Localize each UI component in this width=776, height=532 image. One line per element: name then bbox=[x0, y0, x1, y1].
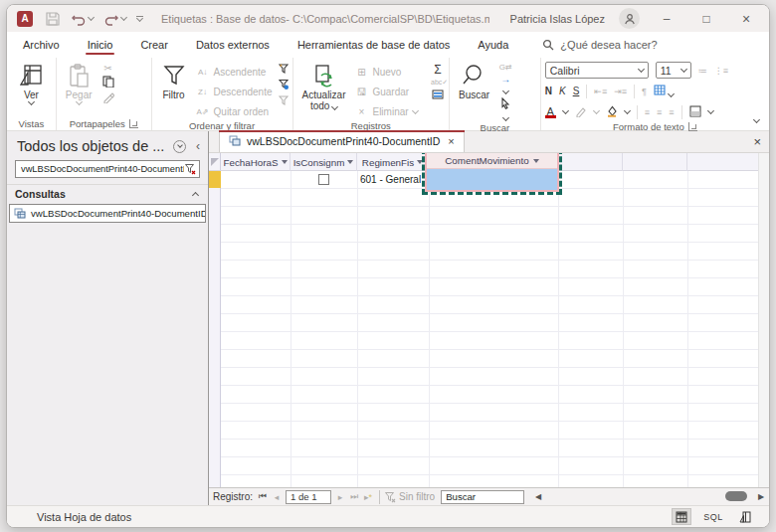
tab-ayuda[interactable]: Ayuda bbox=[476, 35, 510, 55]
checkbox-unchecked[interactable] bbox=[318, 174, 329, 185]
font-color-button[interactable]: A bbox=[545, 106, 556, 118]
refresh-all-button[interactable]: Actualizartodo bbox=[297, 61, 351, 113]
selected-cell[interactable] bbox=[427, 169, 557, 190]
clear-filter-icon[interactable] bbox=[184, 163, 196, 175]
record-position-input[interactable]: 1 de 1 bbox=[286, 490, 331, 504]
more-records-icon[interactable] bbox=[431, 89, 445, 102]
tab-datos-externos[interactable]: Datos externos bbox=[194, 35, 272, 55]
record-search-input[interactable]: Buscar bbox=[441, 490, 524, 504]
datasheet-body[interactable]: 601 - General bbox=[209, 171, 758, 487]
document-tab[interactable]: vwLBSDocDocumentPrint40-DocumentID × bbox=[219, 130, 465, 152]
column-header-regimenfis[interactable]: RegimenFis bbox=[357, 153, 429, 171]
remove-sort-button[interactable]: A⇗Quitar orden bbox=[196, 102, 273, 120]
minimize-button[interactable]: – bbox=[654, 12, 679, 26]
nav-group-consultas[interactable]: Consultas bbox=[7, 184, 208, 203]
filter-button[interactable]: Filtro bbox=[156, 61, 192, 102]
close-button[interactable]: × bbox=[733, 11, 759, 27]
align-center-icon[interactable]: ≡ bbox=[657, 107, 662, 117]
replace-icon[interactable]: G⇄ bbox=[498, 63, 512, 72]
advanced-filter-options-icon[interactable] bbox=[277, 63, 291, 77]
bullets-icon[interactable]: ≔ bbox=[698, 66, 707, 76]
account-avatar-icon[interactable] bbox=[619, 8, 640, 29]
scroll-left-icon[interactable]: ◀ bbox=[532, 488, 544, 505]
select-icon[interactable] bbox=[498, 97, 512, 122]
align-left-icon[interactable]: ≡ bbox=[645, 107, 650, 117]
align-right-icon[interactable]: ≡ bbox=[669, 107, 674, 117]
nav-menu-icon[interactable] bbox=[173, 140, 186, 153]
customize-qat-button[interactable] bbox=[136, 16, 143, 21]
decrease-indent-icon[interactable]: ⇤≡ bbox=[594, 87, 607, 96]
tell-me-search[interactable]: ¿Qué desea hacer? bbox=[542, 39, 657, 51]
datasheet-view-icon[interactable] bbox=[672, 508, 691, 525]
column-dropdown-icon[interactable] bbox=[533, 159, 539, 163]
filter-state-indicator[interactable]: Sin filtro bbox=[384, 491, 435, 503]
first-record-icon[interactable]: ⏮ bbox=[256, 491, 270, 502]
delete-record-button[interactable]: ×Eliminar bbox=[354, 102, 427, 120]
last-record-icon[interactable]: ⏭ bbox=[347, 491, 361, 502]
maximize-button[interactable]: □ bbox=[693, 12, 719, 26]
nav-search-box[interactable] bbox=[15, 160, 200, 178]
selected-column-header[interactable]: ComentMovimiento bbox=[427, 153, 557, 169]
increase-indent-icon[interactable]: ⇥≡ bbox=[614, 87, 627, 96]
close-document-icon[interactable]: × bbox=[753, 134, 761, 149]
numbering-icon[interactable]: ⋮≡ bbox=[714, 66, 728, 76]
highlight-color-icon[interactable] bbox=[575, 105, 587, 119]
format-painter-icon[interactable] bbox=[101, 91, 115, 105]
redo-button[interactable] bbox=[103, 11, 126, 27]
design-view-icon[interactable] bbox=[735, 508, 755, 525]
scroll-right-icon[interactable]: ▶ bbox=[755, 488, 767, 505]
shutter-close-icon[interactable]: ‹ bbox=[196, 139, 200, 153]
tab-inicio[interactable]: Inicio bbox=[86, 35, 115, 55]
cell-regimenfis[interactable]: 601 - General bbox=[357, 171, 429, 188]
vertical-scrollbar[interactable] bbox=[758, 153, 769, 487]
copy-icon[interactable] bbox=[101, 76, 115, 89]
copied-column-selection[interactable]: ComentMovimiento bbox=[422, 153, 562, 195]
previous-record-icon[interactable]: ◂ bbox=[270, 492, 284, 502]
undo-button[interactable] bbox=[71, 11, 94, 27]
sort-ascending-button[interactable]: A↓Ascendente bbox=[196, 63, 273, 81]
sort-descending-button[interactable]: Z↓Descendente bbox=[196, 83, 273, 100]
sql-view-icon[interactable]: SQL bbox=[703, 508, 723, 525]
current-record-indicator[interactable] bbox=[209, 171, 221, 188]
nav-item-query[interactable]: vwLBSDocDocumentPrint40-DocumentID bbox=[9, 204, 206, 223]
view-button[interactable]: Ver bbox=[13, 61, 49, 106]
gridlines-icon[interactable] bbox=[654, 85, 674, 98]
clipboard-dialog-launcher-icon[interactable] bbox=[129, 119, 138, 128]
tab-herramientas[interactable]: Herramientas de base de datos bbox=[295, 35, 452, 55]
scrollbar-thumb[interactable] bbox=[725, 491, 747, 501]
cell-fechahoras[interactable] bbox=[221, 171, 291, 188]
save-icon[interactable] bbox=[45, 11, 61, 27]
nav-search-input[interactable] bbox=[21, 164, 184, 174]
bold-button[interactable]: N bbox=[545, 86, 552, 96]
record-selector-column[interactable] bbox=[209, 171, 221, 487]
background-color-icon[interactable] bbox=[606, 105, 618, 119]
font-size-select[interactable]: 11 bbox=[656, 62, 691, 79]
paragraph-direction-icon[interactable]: ¶ bbox=[642, 87, 647, 96]
italic-button[interactable]: K bbox=[559, 86, 566, 96]
tab-archivo[interactable]: Archivo bbox=[21, 35, 62, 55]
select-all-corner[interactable] bbox=[209, 153, 221, 170]
paste-button[interactable]: Pegar bbox=[61, 61, 97, 106]
underline-button[interactable]: S bbox=[573, 86, 580, 96]
tab-crear[interactable]: Crear bbox=[138, 35, 170, 55]
spelling-icon[interactable]: abc✓ bbox=[431, 79, 445, 87]
column-header-isconsignm[interactable]: IsConsignm bbox=[291, 153, 357, 171]
toggle-filter-icon[interactable] bbox=[277, 94, 291, 108]
column-dropdown-icon[interactable] bbox=[282, 160, 288, 164]
filter-settings-icon[interactable] bbox=[277, 79, 291, 92]
alternate-row-color-icon[interactable] bbox=[689, 105, 701, 119]
text-format-dialog-launcher-icon[interactable] bbox=[688, 122, 697, 131]
cell-isconsignm[interactable] bbox=[291, 171, 357, 188]
column-header-fechahoras[interactable]: FechaHoraS bbox=[221, 153, 291, 171]
access-app-icon[interactable]: A bbox=[17, 11, 33, 27]
totals-icon[interactable]: Σ bbox=[431, 63, 445, 77]
save-record-button[interactable]: 🖫Guardar bbox=[354, 83, 427, 100]
new-record-icon[interactable]: ▸* bbox=[361, 492, 375, 502]
horizontal-scrollbar[interactable]: ◀ ▶ bbox=[532, 488, 769, 505]
font-name-select[interactable]: Calibri bbox=[545, 62, 649, 79]
new-record-button[interactable]: ⊞Nuevo bbox=[354, 63, 427, 81]
nav-pane-title[interactable]: Todos los objetos de ... bbox=[17, 138, 173, 154]
next-record-icon[interactable]: ▸ bbox=[333, 492, 347, 502]
goto-icon[interactable]: → bbox=[498, 74, 512, 95]
column-dropdown-icon[interactable] bbox=[347, 160, 353, 164]
